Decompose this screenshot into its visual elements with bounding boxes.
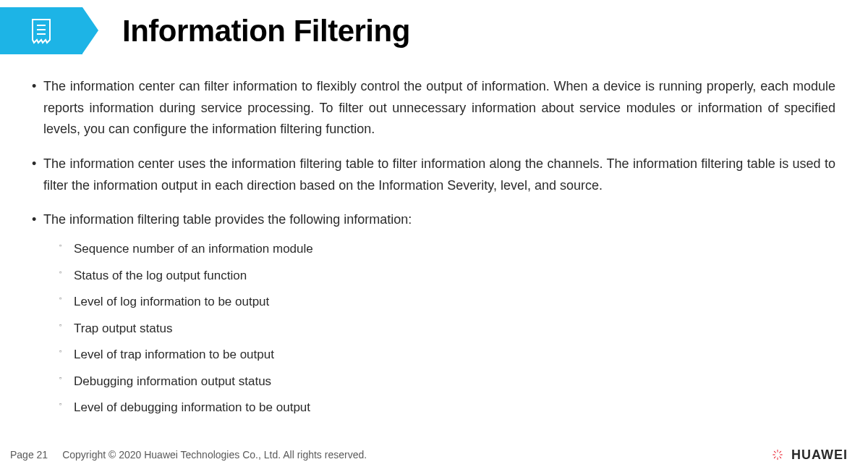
header-banner: Information Filtering — [0, 0, 868, 54]
huawei-flower-icon — [767, 445, 788, 465]
footer: Page 21 Copyright © 2020 Huawei Technolo… — [0, 445, 868, 465]
page-number: Page 21 — [10, 449, 48, 461]
bullet-text: The information filtering table provides… — [43, 212, 412, 227]
sub-list: Sequence number of an information module… — [74, 240, 835, 417]
title-badge — [0, 7, 82, 54]
huawei-logo: HUAWEI — [767, 445, 848, 465]
bullet-item: The information center uses the informat… — [43, 154, 835, 196]
document-icon — [30, 18, 53, 44]
bullet-item: The information filtering table provides… — [43, 209, 835, 416]
sub-item: Sequence number of an information module — [74, 240, 835, 258]
copyright-text: Copyright © 2020 Huawei Technologies Co.… — [62, 449, 367, 461]
page-title: Information Filtering — [122, 14, 410, 49]
content-area: The information center can filter inform… — [0, 54, 868, 417]
bullet-item: The information center can filter inform… — [43, 76, 835, 140]
sub-item: Status of the log output function — [74, 266, 835, 285]
sub-item: Level of debugging information to be out… — [74, 398, 835, 417]
footer-left: Page 21 Copyright © 2020 Huawei Technolo… — [10, 449, 367, 461]
huawei-brand-text: HUAWEI — [791, 447, 848, 463]
sub-item: Level of log information to be output — [74, 293, 835, 311]
sub-item: Trap output status — [74, 319, 835, 338]
sub-item: Level of trap information to be output — [74, 345, 835, 364]
main-list: The information center can filter inform… — [43, 76, 835, 417]
sub-item: Debugging information output status — [74, 372, 835, 391]
